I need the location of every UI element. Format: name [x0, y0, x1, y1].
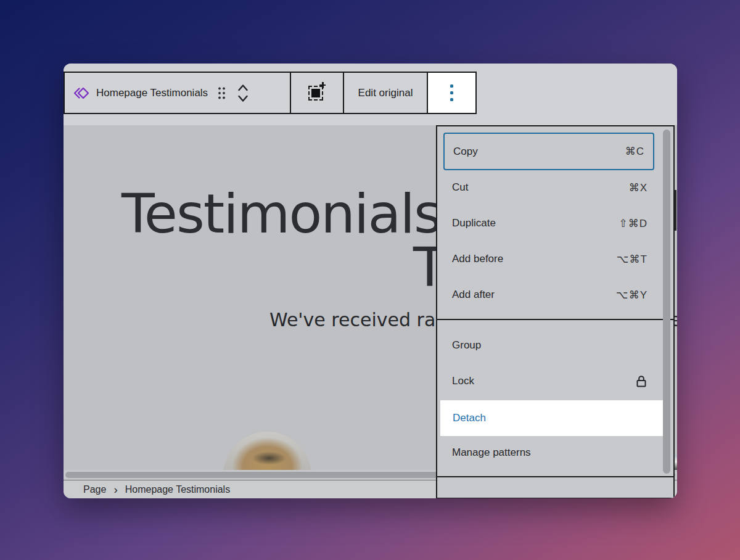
menu-item-copy[interactable]: Copy ⌘C	[443, 133, 654, 170]
menu-divider	[437, 476, 673, 477]
pattern-icon	[73, 84, 90, 102]
edit-original-button[interactable]: Edit original	[344, 73, 428, 113]
menu-item-detach[interactable]: Detach	[440, 400, 663, 436]
breadcrumb-chevron-icon: ›	[113, 485, 117, 495]
menu-scrollbar-thumb[interactable]	[663, 130, 670, 474]
shortcut-cut: ⌘X	[629, 181, 648, 194]
move-up-down-control[interactable]	[236, 82, 250, 104]
menu-item-duplicate[interactable]: Duplicate ⇧⌘D	[440, 205, 660, 241]
block-options-menu: Copy ⌘C Cut ⌘X Duplicate ⇧⌘D Add before …	[436, 125, 675, 498]
shortcut-add-before: ⌥⌘T	[617, 253, 648, 266]
chevron-up-icon	[239, 85, 247, 90]
menu-item-lock[interactable]: Lock	[440, 363, 660, 399]
kebab-menu-icon	[450, 84, 453, 101]
block-toolbar: Homepage Testimonials	[64, 72, 477, 114]
options-button[interactable]	[428, 73, 475, 113]
menu-divider	[437, 319, 673, 320]
menu-item-add-after[interactable]: Add after ⌥⌘Y	[440, 277, 660, 313]
editor-window: Testimonials f Tr We've received ra e Ho…	[64, 64, 677, 498]
lock-icon	[635, 374, 648, 388]
select-pattern-button[interactable]	[291, 73, 344, 113]
pattern-name-button[interactable]: Homepage Testimonials	[65, 73, 291, 113]
page-background: Testimonials f Tr We've received ra e Ho…	[0, 0, 740, 560]
intro-paragraph[interactable]: We've received ra	[269, 309, 435, 331]
shortcut-copy: ⌘C	[625, 145, 644, 158]
pattern-name-label: Homepage Testimonials	[96, 87, 208, 99]
menu-item-manage-patterns[interactable]: Manage patterns	[440, 435, 660, 471]
chevron-down-icon	[239, 96, 247, 101]
select-frame-icon	[308, 84, 326, 102]
breadcrumb-current[interactable]: Homepage Testimonials	[125, 484, 230, 495]
testimonial-avatar[interactable]	[223, 432, 311, 470]
menu-item-add-before[interactable]: Add before ⌥⌘T	[440, 241, 660, 277]
menu-item-group[interactable]: Group	[440, 327, 660, 363]
shortcut-add-after: ⌥⌘Y	[616, 289, 648, 302]
menu-item-cut[interactable]: Cut ⌘X	[440, 170, 660, 205]
testimonials-heading-line1[interactable]: Testimonials f	[121, 187, 475, 241]
shortcut-duplicate: ⇧⌘D	[619, 217, 648, 230]
drag-handle-icon[interactable]	[217, 86, 226, 100]
breadcrumb-root[interactable]: Page	[83, 484, 106, 495]
